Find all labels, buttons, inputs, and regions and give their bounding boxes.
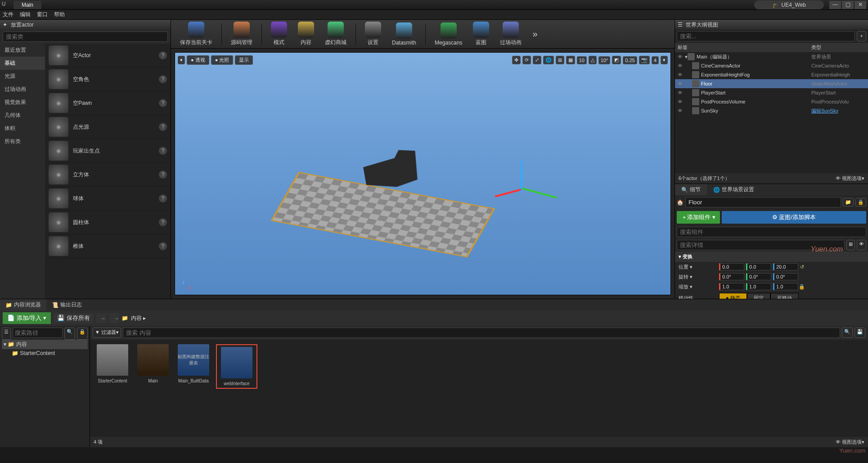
search-icon[interactable]: 🔍 bbox=[842, 328, 853, 338]
save-all-button[interactable]: 💾 保存所有 bbox=[54, 313, 94, 323]
project-pill[interactable]: 🎓 UE4_Web bbox=[754, 0, 824, 9]
grid-snap-icon[interactable]: ▦ bbox=[566, 56, 575, 64]
mobility-静态[interactable]: ● 静态 bbox=[719, 293, 747, 299]
save-filter-icon[interactable]: 💾 bbox=[855, 328, 865, 338]
content-view-options[interactable]: 👁 视图选项▾ bbox=[836, 439, 864, 445]
tree-item-StarterContent[interactable]: 📁 StarterContent bbox=[2, 349, 88, 357]
visibility-icon[interactable]: 👁 bbox=[678, 54, 685, 59]
info-icon[interactable]: ? bbox=[159, 218, 167, 226]
outliner-row-ExponentialHeightFog[interactable]: 👁ExponentialHeightFogExponentialHeigh bbox=[675, 70, 868, 79]
visibility-icon[interactable]: 👁 bbox=[678, 81, 685, 86]
place-item-4[interactable]: ◉玩家出生点? bbox=[45, 139, 171, 163]
place-item-3[interactable]: ◉点光源? bbox=[45, 115, 171, 139]
info-icon[interactable]: ? bbox=[159, 171, 167, 179]
outliner-row-PostProcessVolume[interactable]: 👁PostProcessVolumePostProcessVolu bbox=[675, 97, 868, 106]
info-icon[interactable]: ? bbox=[159, 99, 167, 107]
viewport-maximize-icon[interactable]: ▾ bbox=[661, 56, 668, 64]
place-category-7[interactable]: 所有类 bbox=[0, 135, 45, 148]
outliner-search-input[interactable] bbox=[677, 31, 855, 41]
place-item-6[interactable]: ◉球体? bbox=[45, 187, 171, 211]
menu-window[interactable]: 窗口 bbox=[37, 11, 48, 18]
visibility-icon[interactable]: 👁 bbox=[678, 99, 685, 104]
outliner-add-button[interactable]: ＋ bbox=[857, 31, 866, 41]
place-category-3[interactable]: 过场动画 bbox=[0, 83, 45, 96]
rotation-x[interactable] bbox=[719, 273, 744, 280]
toolbar-内容[interactable]: 内容 bbox=[293, 21, 319, 47]
scale-y[interactable] bbox=[746, 283, 771, 290]
breadcrumb[interactable]: 内容 ▸ bbox=[131, 315, 146, 322]
coord-space-icon[interactable]: 🌐 bbox=[543, 56, 554, 64]
transform-scale-icon[interactable]: ⤢ bbox=[533, 56, 541, 64]
perspective-button[interactable]: ● 透视 bbox=[187, 55, 209, 65]
place-category-4[interactable]: 视觉效果 bbox=[0, 96, 45, 109]
toolbar-虚幻商城[interactable]: 虚幻商城 bbox=[320, 21, 351, 47]
location-x[interactable] bbox=[719, 263, 744, 270]
rotation-z[interactable] bbox=[773, 273, 798, 280]
show-menu-button[interactable]: 显示 bbox=[235, 55, 253, 65]
outliner-row-SunSky[interactable]: 👁SunSky编辑SunSky bbox=[675, 106, 868, 115]
visibility-icon[interactable]: 👁 bbox=[678, 90, 685, 95]
outliner-row-Floor[interactable]: 👁FloorStaticMeshActor bbox=[675, 79, 868, 88]
info-icon[interactable]: ? bbox=[159, 242, 167, 250]
info-icon[interactable]: ? bbox=[159, 51, 167, 59]
content-item-StarterContent[interactable]: StarterContent bbox=[94, 344, 130, 383]
outliner-row-Main（编辑器）[interactable]: 👁▾ Main（编辑器）世界场景 bbox=[675, 52, 868, 61]
viewport-options-button[interactable]: ▾ bbox=[178, 56, 185, 64]
details-eye-icon[interactable]: 👁 bbox=[857, 240, 866, 250]
nav-back-button[interactable]: ← bbox=[96, 313, 106, 323]
tree-search-input[interactable] bbox=[13, 328, 63, 338]
toolbar-模式[interactable]: 模式 bbox=[266, 21, 292, 47]
place-category-1[interactable]: 基础 bbox=[0, 57, 45, 70]
surface-snap-icon[interactable]: ⊞ bbox=[556, 56, 564, 64]
tab-content-browser[interactable]: 📁 内容浏览器 bbox=[0, 299, 46, 310]
content-search-input[interactable] bbox=[123, 328, 840, 338]
angle-snap-icon[interactable]: △ bbox=[589, 56, 597, 64]
place-item-2[interactable]: ◉空Pawn? bbox=[45, 91, 171, 115]
scale-snap-icon[interactable]: ◩ bbox=[612, 56, 621, 64]
menu-help[interactable]: 帮助 bbox=[54, 11, 65, 18]
menu-file[interactable]: 文件 bbox=[3, 11, 13, 18]
place-item-0[interactable]: ◉空Actor? bbox=[45, 44, 171, 67]
sources-toggle-icon[interactable]: ☰ bbox=[2, 328, 11, 340]
scale-z[interactable] bbox=[773, 283, 798, 290]
toolbar-Datasmith[interactable]: Datasmith bbox=[387, 22, 421, 47]
lock-details-icon[interactable]: 🔒 bbox=[855, 198, 866, 207]
rotation-y[interactable] bbox=[746, 273, 771, 280]
mobility-固定[interactable]: 固定 bbox=[747, 293, 770, 299]
grid-snap-value[interactable]: 10 bbox=[577, 56, 587, 64]
place-item-8[interactable]: ◉椎体? bbox=[45, 234, 171, 258]
toolbar-过场动画[interactable]: 过场动画 bbox=[495, 21, 526, 47]
info-icon[interactable]: ? bbox=[159, 147, 167, 155]
visibility-icon[interactable]: 👁 bbox=[678, 72, 685, 77]
actor-name-input[interactable] bbox=[685, 197, 841, 207]
place-item-5[interactable]: ◉立方体? bbox=[45, 163, 171, 187]
toolbar-源码管理[interactable]: 源码管理 bbox=[226, 21, 257, 47]
tab-details[interactable]: 🔍 细节 bbox=[675, 184, 707, 195]
info-icon[interactable]: ? bbox=[159, 75, 167, 83]
lit-mode-button[interactable]: ● 光照 bbox=[211, 55, 234, 65]
column-type[interactable]: 类型 bbox=[811, 44, 865, 51]
transform-move-icon[interactable]: ✥ bbox=[512, 56, 521, 64]
camera-speed-value[interactable]: 4 bbox=[652, 56, 659, 64]
info-icon[interactable]: ? bbox=[159, 123, 167, 131]
lock-scale-icon[interactable]: 🔒 bbox=[798, 284, 805, 290]
location-z[interactable] bbox=[773, 263, 798, 270]
scale-snap-value[interactable]: 0.25 bbox=[623, 56, 637, 64]
tree-item-内容[interactable]: ▾ 📁 内容 bbox=[2, 340, 88, 349]
angle-snap-value[interactable]: 10° bbox=[598, 56, 611, 64]
camera-speed-icon[interactable]: 📷 bbox=[639, 56, 650, 64]
content-item-Main[interactable]: Main bbox=[135, 344, 171, 383]
level-viewport[interactable]: ▾ ● 透视 ● 光照 显示 ✥ ⟳ ⤢ 🌐 ⊞ ▦ 10 △ 10° ◩ 0.… bbox=[175, 52, 671, 295]
level-tab[interactable]: Main bbox=[13, 1, 41, 9]
tree-lock-icon[interactable]: 🔒 bbox=[77, 328, 88, 340]
visibility-icon[interactable]: 👁 bbox=[678, 108, 685, 113]
content-item-webInterface[interactable]: webInterface bbox=[219, 347, 255, 386]
tree-search-icon[interactable]: 🔍 bbox=[64, 328, 75, 340]
scale-x[interactable] bbox=[719, 283, 744, 290]
outliner-row-CineCameraActor[interactable]: 👁CineCameraActorCineCameraActo bbox=[675, 61, 868, 70]
add-component-button[interactable]: ＋添加组件 ▾ bbox=[677, 211, 720, 224]
visibility-icon[interactable]: 👁 bbox=[678, 63, 685, 68]
place-item-1[interactable]: ◉空角色? bbox=[45, 67, 171, 91]
maximize-button[interactable]: ▢ bbox=[842, 1, 854, 9]
column-label[interactable]: 标签 bbox=[678, 44, 811, 51]
